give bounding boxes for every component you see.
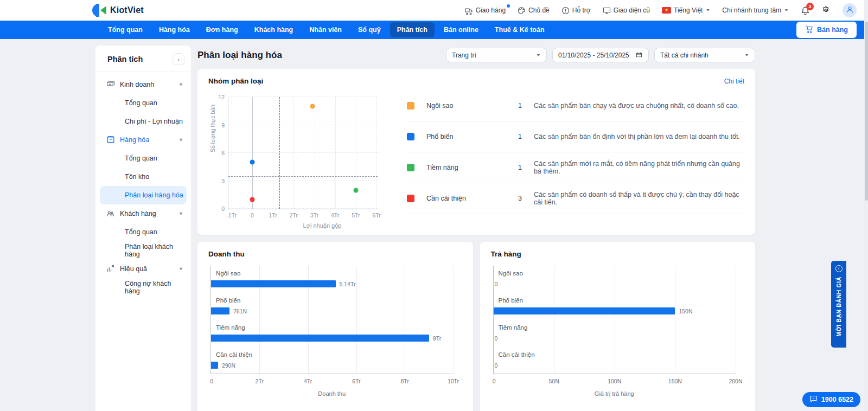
y-tick-label: 6 [221,150,225,156]
y-tick-label: 12 [218,94,225,100]
rating-tab-label: MỜI BẠN ĐÁNH GIÁ [835,277,842,337]
x-tick-label: 0 [493,378,496,384]
x-tick-label: 6Tr [372,212,380,219]
nav-tab-kh-ch-h-ng[interactable]: Khách hàng [247,22,301,37]
user-avatar[interactable] [843,3,857,17]
bar-value-label: 0 [495,335,498,342]
gridline [356,266,357,374]
x-tick-label: 200N [729,378,742,384]
legend-row: Ngôi sao 1 Các sản phẩm bán chạy và được… [407,91,744,121]
nav-tab-b-n-online[interactable]: Bán online [437,22,486,37]
gridline [232,97,232,209]
x-tick-label: 5Tr [352,212,360,219]
scatter-point[interactable] [310,104,315,109]
sidebar-item[interactable]: Tổng quan [100,94,187,112]
scrollbar[interactable] [864,0,868,411]
topbar-item-monitor[interactable]: Giao diện cũ [603,7,650,15]
nav-tab-s-qu-[interactable]: Sổ quỹ [351,22,388,37]
sidebar-item[interactable]: Chi phí - Lợi nhuận [100,112,187,131]
scatter-point[interactable] [250,160,254,165]
sidebar-section-box[interactable]: Hàng hóa▼ [95,131,191,149]
nav-tab-t-ng-quan[interactable]: Tổng quan [101,22,150,37]
sidebar-section-money[interactable]: Kinh doanh▼ [95,75,191,94]
bar[interactable] [211,335,429,342]
rating-tab[interactable]: ‹ MỜI BẠN ĐÁNH GIÁ [831,261,846,348]
chevron-left-circle-icon: ‹ [835,265,843,272]
x-tick-label: 2Tr [256,378,264,384]
gridline [554,266,554,374]
x-tick-label: 100N [608,378,621,384]
date-range-picker[interactable]: 01/10/2025 - 25/10/2025 [552,48,649,62]
sidebar-item[interactable]: Phân loại hàng hóa [100,186,187,204]
sidebar-menu: Kinh doanh▼Tổng quanChi phí - Lợi nhuậnH… [95,72,191,300]
legend-color-swatch [407,195,414,202]
bar-category-label: Phổ biến [499,297,523,304]
sidebar-section-people[interactable]: Khách hàng▼ [95,204,191,223]
x-tick-label: 3Tr [310,212,318,219]
legend-row: Phổ biến 1 Các sản phẩm bán ổn định với … [407,121,744,152]
nav-tab-nh-n-vi-n[interactable]: Nhân viên [302,22,349,37]
nav-tab-ph-n-t-ch[interactable]: Phân tích [390,22,435,37]
sidebar-section-performance[interactable]: Hiệu quả▼ [95,260,191,278]
money-icon [106,80,115,90]
gridline [615,266,615,374]
bar-category-label: Cần cải thiện [499,351,535,358]
category-filter-select[interactable]: Trang trí ▼ [446,48,547,62]
hotline-button[interactable]: 1900 6522 [802,392,860,407]
revenue-x-axis-label: Doanh thu [210,390,454,397]
topbar-item-delivery[interactable]: Giao hàng [465,7,506,15]
x-tick-label: 8Tr [401,378,409,384]
scatter-point[interactable] [250,197,254,202]
bar-category-label: Phổ biến [216,297,240,304]
bar[interactable] [211,362,218,369]
legend-description: Các sản phẩm mới ra mắt, có tiềm năng ph… [534,160,744,175]
topbar-item-support[interactable]: Hỗ trợ [561,7,591,15]
gridline [228,97,378,97]
branch-filter-select[interactable]: Tất cả chi nhánh ▼ [654,48,755,62]
legend-row: Tiềm năng 1 Các sản phẩm mới ra mắt, có … [407,152,744,183]
sidebar-item[interactable]: Tổng quan [100,223,187,241]
sidebar-item[interactable]: Tổng quan [100,149,187,168]
sell-button[interactable]: Bán hàng [796,22,857,38]
chevron-down-icon: ▼ [178,137,183,143]
branch-select[interactable]: Chi nhánh trung tâm▼ [722,7,789,14]
x-tick-label: 6Tr [352,378,360,384]
notification-dot [507,4,510,8]
scatter-point[interactable] [353,188,358,192]
gridline [273,97,273,209]
x-tick-label: 0 [251,212,254,219]
language-select[interactable]: ★Tiếng Việt▼ [662,7,710,14]
bar[interactable] [494,307,675,314]
topbar-item-theme[interactable]: Chủ đề [518,7,550,15]
gridline [228,181,378,181]
gear-icon [822,6,831,15]
x-tick-label: 0 [210,378,213,384]
nav-tab-h-ng-h-a[interactable]: Hàng hóa [152,22,197,37]
bar[interactable] [211,280,336,287]
kiotviet-logo[interactable]: KiotViet [92,4,144,17]
sidebar-collapse-button[interactable]: ‹ [173,53,184,65]
gridline [376,97,377,209]
sidebar-item[interactable]: Phân loại khách hàng [100,241,187,260]
legend-count: 1 [507,102,522,110]
settings-button[interactable] [822,6,831,15]
gridline [675,266,675,374]
quadrant-divider-horizontal [228,176,378,177]
sidebar-item[interactable]: Tồn kho [100,168,187,186]
notifications-button[interactable]: 3 [801,6,810,15]
detail-link[interactable]: Chi tiết [724,78,744,85]
gridline [228,208,378,209]
category-filter-value: Trang trí [452,52,476,59]
top-bar: KiotViet Giao hàngChủ đềHỗ trợGiao diện … [0,0,864,21]
chat-bubble-icon [809,395,818,404]
classification-card: Nhóm phân loại Chi tiết Số lượng thực bá… [197,69,755,235]
quadrant-divider-vertical [279,97,280,209]
scrollbar-thumb[interactable] [865,22,868,201]
nav-tab--n-h-ng[interactable]: Đơn hàng [199,22,245,37]
chevron-down-icon: ▼ [532,53,541,57]
nav-tab-thu-k-to-n[interactable]: Thuế & Kế toán [488,22,552,37]
bar[interactable] [211,307,229,314]
branch-filter-value: Tất cả chi nhánh [660,52,709,59]
sidebar-item[interactable]: Công nợ khách hàng [100,278,187,297]
sell-button-label: Bán hàng [817,26,848,34]
